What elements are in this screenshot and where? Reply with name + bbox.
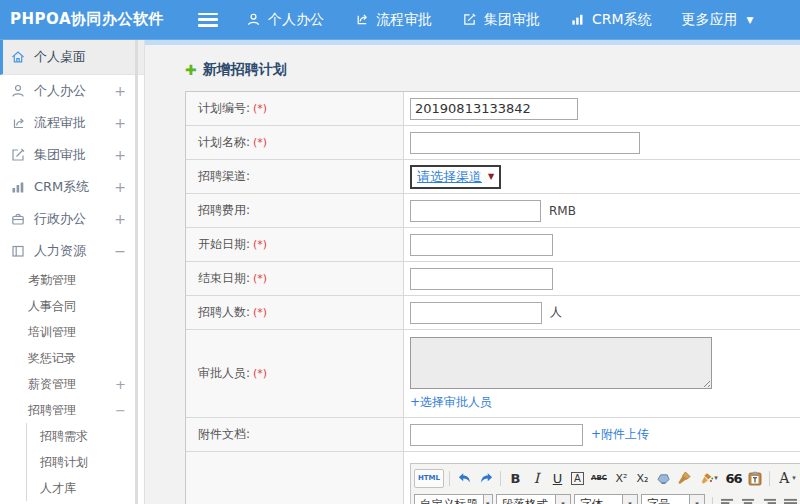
select-approver-link[interactable]: +选择审批人员 <box>410 395 492 409</box>
paste-button[interactable] <box>744 468 765 488</box>
top-menu-flow-approval[interactable]: 流程审批 <box>354 11 432 29</box>
form-row-channel: 招聘渠道: 请选择渠道 ▼ <box>186 160 800 194</box>
align-left-button[interactable] <box>717 494 738 504</box>
recruit-plan-form: 计划编号: (*) 计划名称: (*) <box>185 91 800 504</box>
superscript-button[interactable]: X² <box>611 468 632 488</box>
attachment-upload-link[interactable]: +附件上传 <box>591 426 649 443</box>
edit-icon <box>10 147 26 163</box>
top-menu-more-apps[interactable]: 更多应用 ▼ <box>682 11 754 29</box>
required-mark: (*) <box>253 102 267 115</box>
form-row-end-date: 结束日期: (*) <box>186 262 800 296</box>
plan-no-label: 计划编号: <box>198 100 250 117</box>
strikethrough-button[interactable]: ABC <box>587 468 611 488</box>
underline-button[interactable]: U <box>547 468 568 488</box>
required-mark: (*) <box>253 272 267 285</box>
app-window: PHPOA协同办公软件 个人办公 流程审批 <box>0 0 800 504</box>
font-color-button[interactable]: A ▾ <box>774 468 800 488</box>
clear-format-brush-icon[interactable] <box>674 468 695 488</box>
home-icon <box>10 49 26 65</box>
caret-down-icon: ▾ <box>792 474 796 482</box>
sidebar-item-recruit-plan[interactable]: 招聘计划 <box>27 449 144 475</box>
headcount-unit: 人 <box>550 304 562 321</box>
top-menu-group-approval[interactable]: 集团审批 <box>462 11 540 29</box>
font-size-select[interactable]: 字号 ▾ <box>641 494 705 504</box>
recruit-submenu: 招聘需求 招聘计划 人才库 <box>26 423 144 501</box>
expand-toggle[interactable]: + <box>114 211 126 227</box>
custom-heading-select[interactable]: 自定义标题 ▾ <box>414 494 493 504</box>
collapse-toggle[interactable]: − <box>115 403 126 418</box>
sidebar-item-recruit-demand[interactable]: 招聘需求 <box>27 423 144 449</box>
sidebar-item-recruit-mgmt[interactable]: 招聘管理 − <box>0 397 144 423</box>
sidebar-item-hr[interactable]: 人力资源 − <box>0 235 144 267</box>
top-nav-bar: PHPOA协同办公软件 个人办公 流程审批 <box>0 0 800 40</box>
subscript-button[interactable]: X₂ <box>632 468 653 488</box>
caret-down-icon: ▾ <box>483 495 493 504</box>
expand-toggle[interactable]: + <box>114 147 126 163</box>
fee-input[interactable] <box>410 200 541 222</box>
expand-toggle[interactable]: + <box>115 377 126 392</box>
select-caret-icon: ▼ <box>488 172 494 181</box>
sidebar: 个人桌面 个人办公 + 流程审批 + <box>0 40 145 504</box>
redo-button[interactable] <box>475 468 496 488</box>
italic-button[interactable]: I <box>526 468 547 488</box>
app-brand: PHPOA协同办公软件 <box>0 10 190 29</box>
form-row-start-date: 开始日期: (*) <box>186 228 800 262</box>
html-source-button[interactable]: HTML <box>414 469 444 488</box>
person-icon <box>10 83 26 99</box>
chart-icon <box>570 12 585 27</box>
rich-text-editor: HTML <box>410 463 800 504</box>
sidebar-item-rewards[interactable]: 奖惩记录 <box>0 345 144 371</box>
channel-select[interactable]: 请选择渠道 ▼ <box>410 165 501 189</box>
top-menu-crm[interactable]: CRM系统 <box>570 11 652 29</box>
plan-no-input[interactable] <box>410 98 578 120</box>
sidebar-item-talent-pool[interactable]: 人才库 <box>27 475 144 501</box>
sidebar-item-group-approval[interactable]: 集团审批 + <box>0 139 144 171</box>
bold-button[interactable]: B <box>505 468 526 488</box>
eraser-button[interactable] <box>653 468 674 488</box>
font-name-button[interactable]: A <box>571 472 584 485</box>
plus-icon: ✚ <box>185 62 197 78</box>
editor-toolbar-row-1: HTML <box>414 466 800 490</box>
end-date-input[interactable] <box>410 268 553 290</box>
sidebar-item-training[interactable]: 培训管理 <box>0 319 144 345</box>
caret-down-icon: ▾ <box>714 474 718 482</box>
resize-grip-icon[interactable] <box>701 378 710 387</box>
paragraph-format-select[interactable]: 段落格式 ▾ <box>496 494 571 504</box>
sidebar-item-hr-contract[interactable]: 人事合同 <box>0 293 144 319</box>
sidebar-item-attendance[interactable]: 考勤管理 <box>0 267 144 293</box>
top-menu-personal-office[interactable]: 个人办公 <box>246 11 324 29</box>
form-row-approver: 审批人员: (*) +选择审批人员 <box>186 330 800 418</box>
expand-toggle[interactable]: + <box>114 115 126 131</box>
format-painter-button[interactable]: ▾ <box>695 468 723 488</box>
form-row-plan-name: 计划名称: (*) <box>186 126 800 160</box>
approver-label: 审批人员: <box>198 365 250 382</box>
top-menu: 个人办公 流程审批 集团审批 <box>246 11 754 29</box>
attachment-input[interactable] <box>410 424 583 446</box>
sidebar-item-salary[interactable]: 薪资管理 + <box>0 371 144 397</box>
plan-name-input[interactable] <box>410 132 640 154</box>
sidebar-item-admin-office[interactable]: 行政办公 + <box>0 203 144 235</box>
flow-icon <box>354 12 369 27</box>
expand-toggle[interactable]: + <box>114 83 126 99</box>
headcount-input[interactable] <box>410 302 542 324</box>
sidebar-item-desktop[interactable]: 个人桌面 <box>0 40 144 75</box>
attachment-label: 附件文档: <box>198 426 250 443</box>
start-date-input[interactable] <box>410 234 553 256</box>
form-row-fee: 招聘费用: RMB <box>186 194 800 228</box>
sidebar-item-flow-approval[interactable]: 流程审批 + <box>0 107 144 139</box>
sidebar-item-personal-office[interactable]: 个人办公 + <box>0 75 144 107</box>
chart-icon <box>10 179 26 195</box>
blockquote-button[interactable]: 66 <box>723 468 744 488</box>
sidebar-item-crm[interactable]: CRM系统 + <box>0 171 144 203</box>
undo-button[interactable] <box>454 468 475 488</box>
font-family-select[interactable]: 字体 ▾ <box>574 494 638 504</box>
hamburger-menu-icon[interactable] <box>198 13 218 27</box>
approver-textarea[interactable] <box>410 337 712 389</box>
required-mark: (*) <box>253 136 267 149</box>
align-center-button[interactable] <box>738 494 759 504</box>
expand-toggle[interactable]: + <box>114 179 126 195</box>
align-justify-button[interactable] <box>780 494 800 504</box>
collapse-toggle[interactable]: − <box>114 243 126 259</box>
editor-toolbar: HTML <box>411 464 800 504</box>
align-right-button[interactable] <box>759 494 780 504</box>
